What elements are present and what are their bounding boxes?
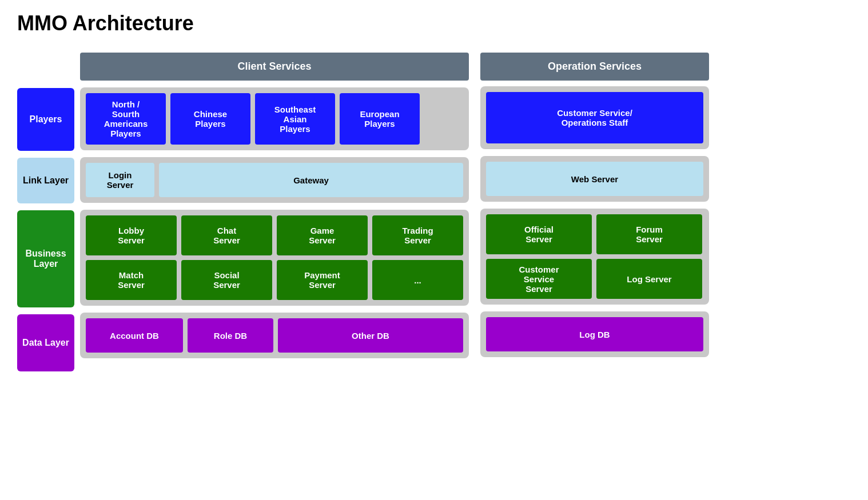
client-column: Client Services North /SourthAmericansPl… xyxy=(80,53,469,371)
chinese-players-box: ChinesePlayers xyxy=(170,93,250,145)
ops-link-row: Web Server xyxy=(480,156,709,202)
customer-service-ops-box: Customer Service/Operations Staff xyxy=(486,92,703,143)
ops-rows: Customer Service/Operations Staff Web Se… xyxy=(480,86,709,357)
payment-server-box: PaymentServer xyxy=(277,260,368,300)
official-server-box: OfficialServer xyxy=(486,214,592,254)
lobby-server-box: LobbyServer xyxy=(86,215,177,255)
forum-server-box: ForumServer xyxy=(596,214,702,254)
login-server-box: LoginServer xyxy=(86,163,154,197)
social-server-box: SocialServer xyxy=(181,260,272,300)
label-column: Players Link Layer Business Layer Data L… xyxy=(17,88,74,371)
diagram: Players Link Layer Business Layer Data L… xyxy=(17,53,851,371)
north-south-box: North /SourthAmericansPlayers xyxy=(86,93,166,145)
customer-service-server-box: CustomerServiceServer xyxy=(486,259,592,299)
other-db-box: Other DB xyxy=(278,318,463,353)
gateway-box: Gateway xyxy=(159,163,463,197)
players-label: Players xyxy=(17,88,74,151)
page-title: MMO Architecture xyxy=(17,11,851,35)
client-link-row: LoginServer Gateway xyxy=(80,157,469,203)
ops-business-row: OfficialServer ForumServer CustomerServi… xyxy=(480,209,709,305)
account-db-box: Account DB xyxy=(86,318,183,353)
ops-data-row: Log DB xyxy=(480,311,709,357)
trading-server-box: TradingServer xyxy=(372,215,463,255)
log-db-box: Log DB xyxy=(486,317,703,351)
log-server-box: Log Server xyxy=(596,259,702,299)
ops-services-header: Operation Services xyxy=(480,53,709,81)
match-server-box: MatchServer xyxy=(86,260,177,300)
client-services-header: Client Services xyxy=(80,53,469,81)
link-layer-label: Link Layer xyxy=(17,158,74,203)
right-area: Operation Services Customer Service/Oper… xyxy=(480,53,709,357)
web-server-box: Web Server xyxy=(486,162,703,196)
european-players-box: EuropeanPlayers xyxy=(340,93,420,145)
chat-server-box: ChatServer xyxy=(181,215,272,255)
business-grid: LobbyServer ChatServer GameServer Tradin… xyxy=(86,215,463,300)
client-business-row: LobbyServer ChatServer GameServer Tradin… xyxy=(80,210,469,306)
southeast-asian-box: SoutheastAsianPlayers xyxy=(255,93,335,145)
ops-business-grid: OfficialServer ForumServer CustomerServi… xyxy=(486,214,702,299)
ops-players-row: Customer Service/Operations Staff xyxy=(480,86,709,149)
game-server-box: GameServer xyxy=(277,215,368,255)
data-layer-label: Data Layer xyxy=(17,314,74,371)
left-area: Players Link Layer Business Layer Data L… xyxy=(17,53,469,371)
role-db-box: Role DB xyxy=(188,318,273,353)
more-box: ... xyxy=(372,260,463,300)
business-layer-label: Business Layer xyxy=(17,210,74,307)
client-players-row: North /SourthAmericansPlayers ChinesePla… xyxy=(80,87,469,150)
client-data-row: Account DB Role DB Other DB xyxy=(80,313,469,358)
